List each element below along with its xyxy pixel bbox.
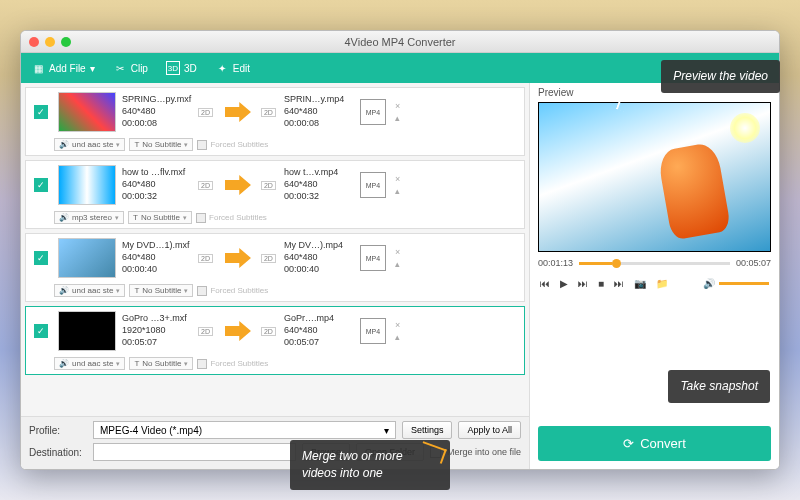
forced-subtitles[interactable]: Forced Subtitles (197, 140, 268, 150)
right-panel: Preview 00:01:13 00:05:07 ⏮ ▶ ⏭ ■ ⏭ 📷 📁 (529, 83, 779, 469)
chevron-down-icon: ▾ (384, 425, 389, 436)
input-info: SPRING…py.mxf640*48000:00:08 (122, 94, 192, 129)
3d-label: 3D (184, 63, 197, 74)
input-info: how to …flv.mxf640*48000:00:32 (122, 167, 192, 202)
callout-merge: Merge two or more videos into one (290, 440, 450, 490)
folder-button[interactable]: 📁 (656, 278, 668, 289)
thumbnail (58, 311, 116, 351)
audio-dropdown[interactable]: 🔊 und aac ste▾ (54, 138, 125, 151)
seek-track[interactable] (579, 262, 730, 265)
input-info: GoPro …3+.mxf1920*108000:05:07 (122, 313, 192, 348)
apply-to-all-button[interactable]: Apply to All (458, 421, 521, 439)
output-2d-badge: 2D (261, 181, 276, 190)
snapshot-button[interactable]: 📷 (634, 278, 646, 289)
titlebar: 4Video MP4 Converter (21, 31, 779, 53)
row-checkbox[interactable]: ✓ (34, 178, 48, 192)
subtitle-dropdown[interactable]: T No Subtitle▾ (129, 284, 193, 297)
add-file-icon: ▦ (31, 61, 45, 75)
bottom-panel: Profile: MPEG-4 Video (*.mp4)▾ Settings … (21, 416, 529, 469)
destination-label: Destination: (29, 447, 87, 458)
stop-button[interactable]: ■ (598, 278, 604, 289)
main-area: ✓ SPRING…py.mxf640*48000:00:08 2D 2D SPR… (21, 83, 779, 469)
profile-label: Profile: (29, 425, 87, 436)
audio-dropdown[interactable]: 🔊 und aac ste▾ (54, 284, 125, 297)
subject-decoration (656, 142, 731, 241)
output-2d-badge: 2D (261, 108, 276, 117)
row-checkbox[interactable]: ✓ (34, 324, 48, 338)
remove-icon: × (395, 101, 400, 111)
subtitle-dropdown[interactable]: T No Subtitle▾ (129, 357, 193, 370)
timeline: 00:01:13 00:05:07 (530, 252, 779, 274)
edit-label: Edit (233, 63, 250, 74)
refresh-icon: ⟳ (623, 436, 634, 451)
volume-track[interactable] (719, 282, 769, 285)
window-title: 4Video MP4 Converter (21, 36, 779, 48)
forced-subtitles[interactable]: Forced Subtitles (196, 213, 267, 223)
file-row[interactable]: ✓ how to …flv.mxf640*48000:00:32 2D 2D h… (25, 160, 525, 229)
add-file-label: Add File (49, 63, 86, 74)
arrow-icon (225, 321, 251, 341)
row-actions[interactable]: ×▴ (392, 247, 403, 269)
output-2d-badge: 2D (261, 327, 276, 336)
file-row[interactable]: ✓ GoPro …3+.mxf1920*108000:05:07 2D 2D G… (25, 306, 525, 375)
left-panel: ✓ SPRING…py.mxf640*48000:00:08 2D 2D SPR… (21, 83, 529, 469)
row-checkbox[interactable]: ✓ (34, 105, 48, 119)
file-row[interactable]: ✓ My DVD…1).mxf640*48000:00:40 2D 2D My … (25, 233, 525, 302)
output-info: My DV…).mp4640*48000:00:40 (284, 240, 354, 275)
settings-button[interactable]: Settings (402, 421, 453, 439)
time-elapsed: 00:01:13 (538, 258, 573, 268)
subtitle-dropdown[interactable]: T No Subtitle▾ (129, 138, 193, 151)
destination-input[interactable] (93, 443, 296, 461)
seek-knob[interactable] (612, 259, 621, 268)
row-actions[interactable]: ×▴ (392, 320, 403, 342)
convert-label: Convert (640, 436, 686, 451)
row-actions[interactable]: ×▴ (392, 174, 403, 196)
output-info: how t…v.mp4640*48000:00:32 (284, 167, 354, 202)
playback-controls: ⏮ ▶ ⏭ ■ ⏭ 📷 📁 🔊 (530, 274, 779, 293)
convert-button[interactable]: ⟳ Convert (538, 426, 771, 461)
subtitle-dropdown[interactable]: T No Subtitle▾ (128, 211, 192, 224)
profile-dropdown[interactable]: MPEG-4 Video (*.mp4)▾ (93, 421, 396, 439)
prev-button[interactable]: ⏮ (540, 278, 550, 289)
preview-video[interactable] (538, 102, 771, 252)
wand-icon: ✦ (215, 61, 229, 75)
row-checkbox[interactable]: ✓ (34, 251, 48, 265)
app-window: 4Video MP4 Converter ▦ Add File ▾ ✂ Clip… (20, 30, 780, 470)
scissors-icon: ✂ (113, 61, 127, 75)
arrow-icon (225, 102, 251, 122)
clip-button[interactable]: ✂ Clip (113, 61, 148, 75)
arrow-icon (225, 248, 251, 268)
input-2d-badge: 2D (198, 181, 213, 190)
forced-subtitles[interactable]: Forced Subtitles (197, 286, 268, 296)
edit-button[interactable]: ✦ Edit (215, 61, 250, 75)
play-button[interactable]: ▶ (560, 278, 568, 289)
file-row[interactable]: ✓ SPRING…py.mxf640*48000:00:08 2D 2D SPR… (25, 87, 525, 156)
format-icon: MP4 (360, 245, 386, 271)
input-2d-badge: 2D (198, 327, 213, 336)
output-2d-badge: 2D (261, 254, 276, 263)
clip-label: Clip (131, 63, 148, 74)
forced-subtitles[interactable]: Forced Subtitles (197, 359, 268, 369)
input-info: My DVD…1).mxf640*48000:00:40 (122, 240, 192, 275)
3d-button[interactable]: 3D 3D (166, 61, 197, 75)
output-info: GoPr….mp4640*48000:05:07 (284, 313, 354, 348)
3d-icon: 3D (166, 61, 180, 75)
audio-dropdown[interactable]: 🔊 mp3 stereo▾ (54, 211, 124, 224)
next-button[interactable]: ⏭ (614, 278, 624, 289)
arrow-icon (225, 175, 251, 195)
audio-dropdown[interactable]: 🔊 und aac ste▾ (54, 357, 125, 370)
fwd-button[interactable]: ⏭ (578, 278, 588, 289)
file-list: ✓ SPRING…py.mxf640*48000:00:08 2D 2D SPR… (21, 83, 529, 416)
input-2d-badge: 2D (198, 254, 213, 263)
format-icon: MP4 (360, 99, 386, 125)
thumbnail (58, 165, 116, 205)
volume-icon[interactable]: 🔊 (703, 278, 715, 289)
thumbnail (58, 238, 116, 278)
callout-snapshot: Take snapshot (668, 370, 770, 403)
time-total: 00:05:07 (736, 258, 771, 268)
row-actions[interactable]: ×▴ (392, 101, 403, 123)
thumbnail (58, 92, 116, 132)
move-up-icon: ▴ (395, 113, 400, 123)
add-file-button[interactable]: ▦ Add File ▾ (31, 61, 95, 75)
callout-preview: Preview the video (661, 60, 780, 93)
